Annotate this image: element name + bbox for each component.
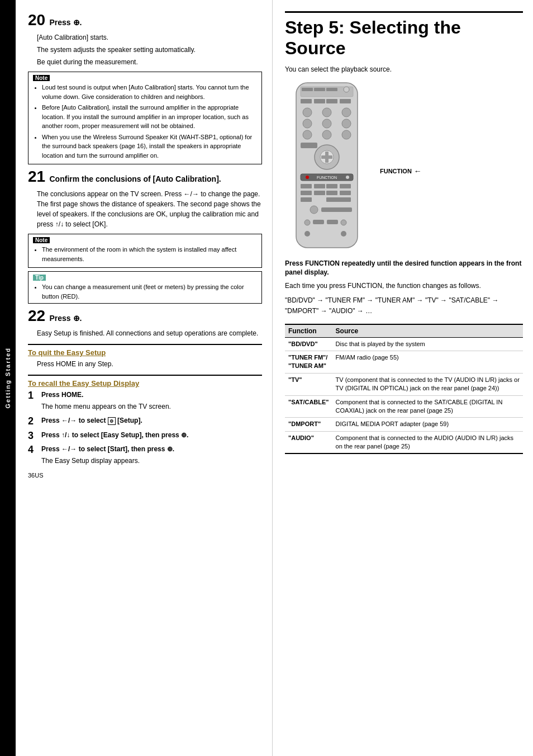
- note-21: Note The environment of the room in whic…: [28, 234, 262, 268]
- svg-rect-2: [302, 88, 313, 91]
- svg-rect-7: [314, 99, 325, 103]
- step-20-line-1: [Auto Calibration] starts.: [37, 32, 262, 42]
- note-20: Note Loud test sound is output when [Aut…: [28, 72, 262, 164]
- right-heading: Step 5: Selecting the Source: [285, 11, 523, 59]
- svg-text:FUNCTION: FUNCTION: [317, 176, 337, 179]
- step-22-header: 22 Press ⊕.: [28, 307, 262, 325]
- svg-point-45: [341, 231, 346, 237]
- recall-step-1-content: Press HOME. The home menu appears on the…: [39, 390, 171, 413]
- svg-rect-29: [314, 184, 325, 188]
- svg-rect-34: [326, 191, 337, 195]
- left-column: 20 Press ⊕. [Auto Calibration] starts. T…: [16, 0, 273, 756]
- sidebar-label: Getting Started: [4, 347, 11, 408]
- recall-title: To recall the Easy Setup Display: [28, 379, 262, 388]
- svg-point-18: [342, 130, 351, 139]
- table-row: "TV"TV (component that is connected to t…: [285, 373, 523, 395]
- step-20-num: 20: [28, 11, 45, 29]
- recall-step-4-bold: Press ←/→ to select [Start], then press …: [41, 445, 174, 453]
- svg-point-13: [303, 119, 312, 128]
- svg-rect-19: [301, 143, 317, 148]
- svg-rect-39: [321, 207, 352, 212]
- svg-point-5: [344, 87, 349, 92]
- note-20-list: Loud test sound is output when [Auto Cal…: [33, 83, 257, 160]
- table-row: "DMPORT"DIGITAL MEDIA PORT adapter (page…: [285, 418, 523, 431]
- note-20-item-2: When you use the Wireless Surround Speak…: [42, 133, 257, 160]
- note-20-label: Note: [33, 75, 50, 81]
- arrow-icon: ←: [414, 167, 422, 176]
- svg-rect-32: [301, 191, 312, 195]
- svg-point-10: [303, 108, 312, 117]
- recall-step-4-extra: The Easy Setup display appears.: [41, 456, 174, 466]
- main-content: 20 Press ⊕. [Auto Calibration] starts. T…: [16, 0, 533, 756]
- svg-point-17: [322, 130, 331, 139]
- recall-step-3-bold: Press ↑/↓ to select [Easy Setup], then p…: [41, 431, 188, 439]
- svg-point-16: [303, 130, 312, 139]
- recall-step-1: 1 Press HOME. The home menu appears on t…: [28, 390, 262, 413]
- remote-area: FUNCTION: [285, 80, 523, 253]
- tip-21: Tip You can change a measurement unit (f…: [28, 271, 262, 304]
- table-cell-function: "TV": [285, 373, 332, 395]
- recall-step-3-content: Press ↑/↓ to select [Easy Setup], then p…: [39, 430, 188, 442]
- svg-point-26: [306, 176, 309, 179]
- step-21-header: 21 Confirm the conclusions of [Auto Cali…: [28, 168, 262, 186]
- sidebar: Getting Started: [0, 0, 16, 756]
- tip-21-label: Tip: [33, 275, 46, 281]
- table-cell-source: DIGITAL MEDIA PORT adapter (page 59): [332, 418, 523, 431]
- svg-point-11: [322, 108, 331, 117]
- press-function-heading: Press FUNCTION repeatedly until the desi…: [285, 259, 523, 278]
- tip-21-item-0: You can change a measurement unit (feet …: [42, 282, 257, 301]
- recall-step-2-num: 2: [28, 415, 39, 428]
- table-cell-source: Disc that is played by the system: [332, 337, 523, 351]
- svg-point-15: [342, 119, 351, 128]
- table-cell-source: Component that is connected to the SAT/C…: [332, 395, 523, 418]
- recall-step-1-bold: Press HOME.: [41, 391, 83, 399]
- step-20-line-3: Be quiet during the measurement.: [37, 57, 262, 67]
- svg-rect-28: [301, 184, 312, 188]
- svg-rect-6: [301, 99, 312, 103]
- svg-point-14: [322, 119, 331, 128]
- setup-icon: ⚙: [108, 417, 116, 425]
- svg-rect-23: [321, 155, 332, 159]
- table-cell-source: FM/AM radio (page 55): [332, 351, 523, 373]
- recall-step-2-bold: Press ←/→ to select ⚙ [Setup].: [41, 417, 142, 424]
- recall-step-4: 4 Press ←/→ to select [Start], then pres…: [28, 444, 262, 467]
- function-label-area: FUNCTION ←: [380, 80, 422, 176]
- svg-point-44: [304, 231, 310, 237]
- svg-rect-4: [326, 88, 337, 91]
- svg-point-40: [304, 220, 310, 225]
- recall-step-2-content: Press ←/→ to select ⚙ [Setup].: [39, 415, 142, 427]
- col-source: Source: [332, 324, 523, 338]
- table-row: "AUDIO"Component that is connected to th…: [285, 431, 523, 453]
- recall-step-3: 3 Press ↑/↓ to select [Easy Setup], then…: [28, 430, 262, 442]
- note-21-label: Note: [33, 237, 50, 243]
- svg-rect-3: [314, 88, 325, 91]
- step-20-line-2: The system adjusts the speaker setting a…: [37, 45, 262, 55]
- svg-rect-37: [326, 197, 351, 202]
- page-number: 36US: [28, 472, 262, 479]
- svg-rect-8: [326, 99, 337, 103]
- svg-point-27: [346, 176, 349, 179]
- function-pointer: FUNCTION ←: [380, 167, 422, 176]
- table-row: "BD/DVD"Disc that is played by the syste…: [285, 337, 523, 351]
- table-header-row: Function Source: [285, 324, 523, 338]
- right-intro: You can select the playback source.: [285, 65, 523, 73]
- recall-step-1-num: 1: [28, 390, 39, 402]
- table-cell-function: "AUDIO": [285, 431, 332, 453]
- table-cell-function: "BD/DVD": [285, 337, 332, 351]
- table-cell-source: Component that is connected to the AUDIO…: [332, 431, 523, 453]
- table-cell-function: "SAT/CABLE": [285, 395, 332, 418]
- svg-rect-31: [340, 184, 351, 188]
- svg-point-12: [342, 108, 351, 117]
- recall-step-3-num: 3: [28, 430, 39, 442]
- note-20-item-0: Loud test sound is output when [Auto Cal…: [42, 83, 257, 101]
- tip-21-list: You can change a measurement unit (feet …: [33, 282, 257, 301]
- remote-svg: FUNCTION: [285, 80, 369, 253]
- recall-step-4-content: Press ←/→ to select [Start], then press …: [39, 444, 174, 467]
- recall-step-1-extra: The home menu appears on the TV screen.: [41, 401, 171, 412]
- note-21-list: The environment of the room in which the…: [33, 245, 257, 263]
- svg-point-43: [341, 220, 346, 225]
- function-desc: Each time you press FUNCTION, the functi…: [285, 281, 523, 291]
- table-cell-source: TV (component that is connected to the T…: [332, 373, 523, 395]
- quit-divider: [28, 344, 262, 345]
- recall-divider: [28, 375, 262, 376]
